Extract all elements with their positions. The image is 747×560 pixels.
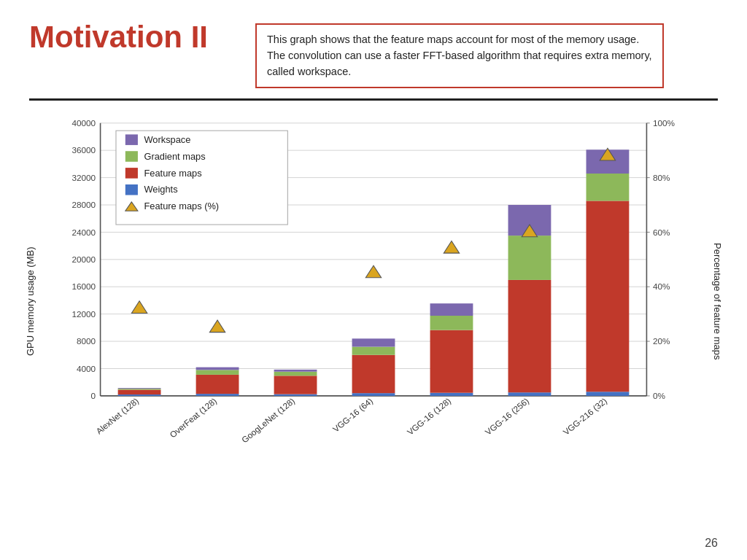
svg-rect-56 <box>430 393 473 396</box>
svg-text:12000: 12000 <box>71 309 96 319</box>
svg-text:VGG-216 (32): VGG-216 (32) <box>561 396 608 437</box>
y-axis-right-label: Percentage of feature maps <box>709 108 725 494</box>
svg-text:8000: 8000 <box>77 337 96 346</box>
svg-rect-38 <box>118 390 161 395</box>
chart-svg: 0400080001200016000200002400028000320003… <box>38 108 709 494</box>
svg-text:Workspace: Workspace <box>144 135 190 145</box>
svg-text:100%: 100% <box>653 118 675 128</box>
svg-rect-39 <box>118 389 161 389</box>
svg-text:16000: 16000 <box>71 282 96 292</box>
svg-rect-79 <box>125 135 138 146</box>
divider <box>29 98 718 101</box>
svg-text:4000: 4000 <box>77 364 96 373</box>
svg-rect-50 <box>274 370 317 372</box>
svg-rect-81 <box>125 151 138 162</box>
page-number: 26 <box>705 537 718 550</box>
svg-rect-47 <box>274 394 317 396</box>
svg-marker-55 <box>365 265 381 278</box>
svg-marker-41 <box>131 301 147 314</box>
slide-title: Motivation II <box>29 20 233 54</box>
svg-text:40%: 40% <box>653 282 670 292</box>
svg-text:28000: 28000 <box>71 201 96 210</box>
svg-rect-68 <box>587 174 630 201</box>
svg-text:Feature maps: Feature maps <box>144 168 201 179</box>
svg-rect-61 <box>508 392 551 396</box>
svg-text:AlexNet (128): AlexNet (128) <box>94 396 141 436</box>
slide: Motivation II This graph shows that the … <box>0 0 747 560</box>
svg-rect-83 <box>125 168 138 179</box>
svg-text:0%: 0% <box>653 391 665 400</box>
svg-text:40000: 40000 <box>71 118 96 128</box>
svg-rect-37 <box>118 394 161 396</box>
svg-rect-59 <box>430 303 473 316</box>
svg-rect-44 <box>196 370 239 376</box>
svg-text:32000: 32000 <box>71 173 96 182</box>
y-axis-left-label: GPU memory usage (MB) <box>22 108 38 494</box>
svg-text:80%: 80% <box>653 173 670 182</box>
svg-rect-43 <box>196 375 239 394</box>
svg-text:Feature maps (%): Feature maps (%) <box>144 202 219 212</box>
svg-rect-53 <box>352 347 395 355</box>
svg-rect-45 <box>196 368 239 370</box>
description-box: This graph shows that the feature maps a… <box>255 23 664 88</box>
svg-text:36000: 36000 <box>71 146 96 155</box>
svg-rect-48 <box>274 376 317 394</box>
svg-text:Weights: Weights <box>144 185 177 195</box>
svg-text:Gradient maps: Gradient maps <box>144 152 205 162</box>
svg-text:GoogLeNet (128): GoogLeNet (128) <box>239 396 296 445</box>
svg-text:20%: 20% <box>653 337 670 346</box>
svg-marker-60 <box>444 241 459 254</box>
svg-text:VGG-16 (256): VGG-16 (256) <box>483 396 530 437</box>
svg-rect-49 <box>274 372 317 376</box>
svg-rect-66 <box>587 392 630 397</box>
svg-rect-57 <box>430 330 473 393</box>
svg-rect-58 <box>430 316 473 330</box>
svg-text:VGG-16 (64): VGG-16 (64) <box>330 396 374 434</box>
svg-rect-54 <box>352 339 395 347</box>
svg-rect-51 <box>352 393 395 396</box>
svg-text:VGG-16 (128): VGG-16 (128) <box>405 396 452 437</box>
svg-rect-85 <box>125 184 138 195</box>
svg-rect-40 <box>118 388 161 389</box>
svg-rect-42 <box>196 394 239 396</box>
svg-rect-63 <box>508 236 551 280</box>
svg-rect-62 <box>508 280 551 392</box>
svg-text:24000: 24000 <box>71 228 96 237</box>
svg-text:20000: 20000 <box>71 254 96 264</box>
chart-area: GPU memory usage (MB) 040008000120001600… <box>22 108 725 494</box>
svg-rect-67 <box>587 201 630 392</box>
svg-text:OverFeat (128): OverFeat (128) <box>168 396 219 440</box>
header: Motivation II This graph shows that the … <box>0 0 747 88</box>
svg-text:0: 0 <box>91 391 96 400</box>
svg-text:60%: 60% <box>653 228 670 237</box>
svg-marker-46 <box>209 320 225 332</box>
svg-rect-52 <box>352 355 395 393</box>
